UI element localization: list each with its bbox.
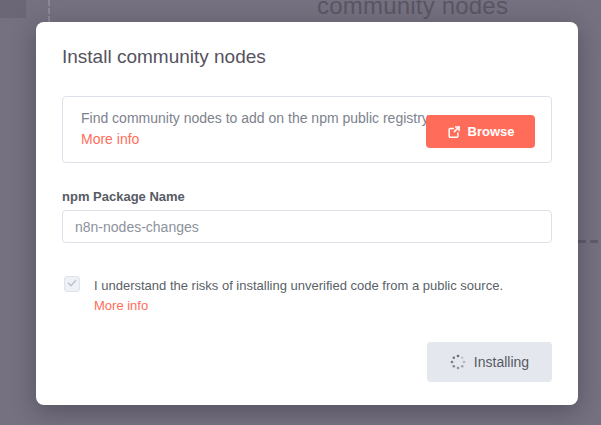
external-link-icon [447,125,461,139]
risk-acknowledgement-label: I understand the risks of installing unv… [94,278,534,293]
install-button-label: Installing [474,354,529,370]
background-dash-fragment [578,240,586,243]
npm-package-name-input[interactable] [62,210,552,243]
risk-more-info-link[interactable]: More info [94,298,148,313]
risk-acknowledgement-checkbox[interactable] [64,276,80,292]
install-button[interactable]: Installing [427,342,552,382]
info-callout-text: Find community nodes to add on the npm p… [81,108,453,150]
info-more-info-link[interactable]: More info [81,131,139,147]
browse-button[interactable]: Browse [426,115,535,148]
screen: community nodes Install community nodes … [0,0,601,425]
npm-package-name-label: npm Package Name [62,189,185,204]
background-ui-fragment [0,0,26,18]
install-community-nodes-modal: Install community nodes Find community n… [36,22,578,405]
checkmark-icon [66,275,78,293]
info-callout: Find community nodes to add on the npm p… [62,96,552,163]
background-dash-fragment [590,240,598,243]
background-page-heading: community nodes [317,0,508,20]
modal-title: Install community nodes [62,46,266,68]
background-dashed-connector [48,0,50,22]
info-callout-message: Find community nodes to add on the npm p… [81,110,432,126]
browse-button-label: Browse [468,124,515,139]
loading-spinner-icon [450,354,466,370]
